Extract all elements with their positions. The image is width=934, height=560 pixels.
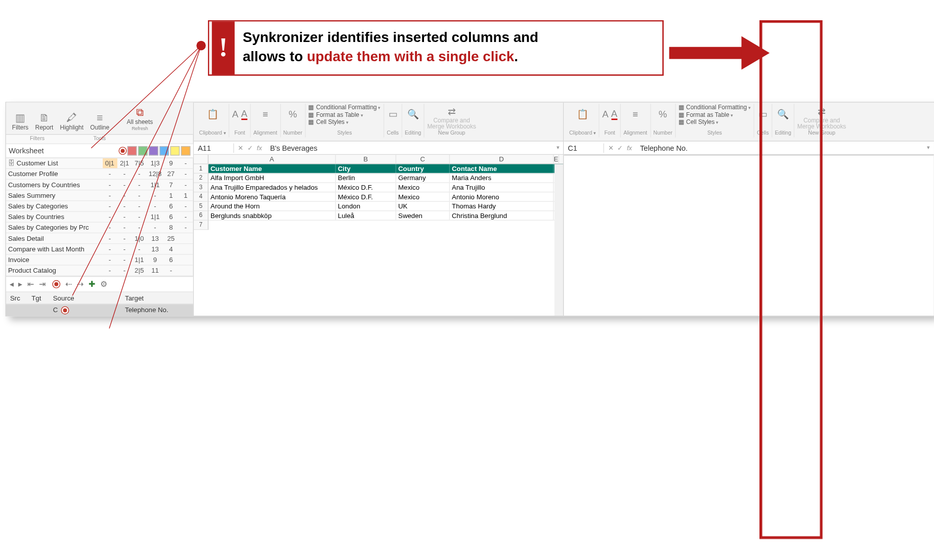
confirm-icon: ✓ bbox=[617, 144, 623, 152]
cells-group[interactable]: ▭Cells bbox=[384, 104, 402, 137]
cancel-icon: ✕ bbox=[238, 144, 243, 152]
nav-gear-icon[interactable]: ⚙ bbox=[100, 279, 108, 289]
worksheet-list[interactable]: 🗄 Customer List0|12|17|51|39-Customer Pr… bbox=[6, 158, 193, 276]
fx-icon: fx bbox=[627, 144, 632, 152]
styles-group[interactable]: ▦ Conditional Formatting▾▦ Format as Tab… bbox=[676, 104, 754, 137]
font-group[interactable]: AAFont bbox=[600, 104, 621, 137]
exclamation-icon: ! bbox=[212, 21, 235, 74]
table-row[interactable]: Berglunds snabbköpLuleåSwedenChristina B… bbox=[208, 211, 563, 221]
worksheet-row[interactable]: Customers by Countries---1|17- bbox=[6, 179, 193, 190]
font-group[interactable]: AAFont bbox=[229, 104, 250, 137]
name-box[interactable]: C1 bbox=[564, 143, 604, 153]
expand-icon[interactable]: ▾ bbox=[923, 145, 934, 151]
column-header[interactable]: E bbox=[554, 155, 559, 163]
excel-ribbon[interactable]: 📋Clipboard▾AAFont≡Alignment%Number▦ Cond… bbox=[564, 103, 933, 142]
svg-marker-1 bbox=[741, 36, 770, 70]
paste-group[interactable]: 📋Clipboard▾ bbox=[196, 104, 229, 137]
svg-rect-0 bbox=[669, 47, 743, 59]
alignment-group[interactable]: ≡Alignment bbox=[621, 104, 651, 137]
nav-prev-icon[interactable]: ▸ bbox=[18, 279, 23, 289]
callout-line2: allows to update them with a single clic… bbox=[243, 47, 653, 66]
worksheet-row[interactable]: Sales by Categories by Prc----8- bbox=[6, 222, 193, 233]
number-group[interactable]: %Number bbox=[651, 104, 676, 137]
worksheet-row[interactable]: Product Catalog--2|511- bbox=[6, 265, 193, 275]
table-row[interactable]: Around the HornLondonUKThomas Hardy bbox=[208, 202, 563, 211]
worksheet-row[interactable]: Compare with Last Month---134 bbox=[6, 243, 193, 254]
workbook-left: 📋Clipboard▾AAFont≡Alignment%Number▦ Cond… bbox=[194, 103, 564, 316]
number-group[interactable]: %Number bbox=[281, 104, 306, 137]
column-header[interactable]: C bbox=[396, 155, 450, 163]
name-box[interactable]: A11 bbox=[194, 143, 234, 153]
confirm-icon: ✓ bbox=[247, 144, 253, 152]
worksheet-row[interactable]: Sales by Countries---1|16- bbox=[6, 211, 193, 222]
highlight-button[interactable]: 🖍Highlight bbox=[57, 110, 87, 133]
column-header[interactable]: B bbox=[336, 155, 396, 163]
filter-chip[interactable] bbox=[159, 146, 169, 155]
worksheet-row[interactable]: Sales Summery----11 bbox=[6, 190, 193, 200]
compare-group[interactable]: ⇄Compare andMerge WorkbooksNew Group bbox=[794, 104, 848, 137]
editing-group[interactable]: 🔍Editing bbox=[402, 104, 424, 137]
formula-bar[interactable]: C1 ✕✓fx Telephone No. ▾ bbox=[564, 142, 933, 155]
filter-chip[interactable] bbox=[181, 146, 191, 155]
table-row[interactable]: Antonio Moreno TaqueríaMéxico D.F.Mexico… bbox=[208, 192, 563, 202]
red-dot-icon bbox=[53, 281, 60, 288]
nav-first-icon[interactable]: ◂ bbox=[10, 279, 14, 289]
main-app: ▥Filters 🗎Report 🖍Highlight ≡Outline ⧉Al… bbox=[6, 102, 934, 316]
excel-ribbon[interactable]: 📋Clipboard▾AAFont≡Alignment%Number▦ Cond… bbox=[194, 103, 563, 142]
scrollbar[interactable] bbox=[555, 164, 563, 316]
column-header[interactable]: D bbox=[450, 155, 554, 163]
formula-value[interactable]: B's Beverages bbox=[266, 143, 553, 153]
fx-icon: fx bbox=[257, 144, 262, 152]
mapping-row[interactable]: C Telephone No. bbox=[6, 304, 193, 316]
cancel-icon: ✕ bbox=[608, 144, 614, 152]
red-dot-icon bbox=[62, 307, 68, 314]
styles-group[interactable]: ▦ Conditional Formatting▾▦ Format as Tab… bbox=[306, 104, 384, 137]
spreadsheet-grid[interactable]: ABCDE 1234567 Customer NameCityCountryCo… bbox=[194, 155, 563, 316]
nav-more-icon[interactable]: ✚ bbox=[89, 279, 96, 289]
nav-step-icon[interactable]: ⇠ bbox=[65, 279, 73, 289]
expand-icon[interactable]: ▾ bbox=[553, 145, 563, 151]
spreadsheet-grid[interactable] bbox=[564, 155, 933, 316]
synkronizer-panel: ▥Filters 🗎Report 🖍Highlight ≡Outline ⧉Al… bbox=[6, 103, 194, 316]
filter-chip[interactable] bbox=[171, 146, 180, 155]
report-button[interactable]: 🗎Report bbox=[32, 110, 57, 133]
svg-point-2 bbox=[196, 41, 206, 51]
arrow-right-icon bbox=[669, 36, 770, 70]
table-row[interactable]: Ana Trujillo Emparedados y heladosMéxico… bbox=[208, 183, 563, 193]
column-header[interactable]: A bbox=[208, 155, 336, 163]
worksheet-row[interactable]: 🗄 Customer List0|12|17|51|39- bbox=[6, 158, 193, 168]
compare-group[interactable]: ⇄Compare andMerge WorkbooksNew Group bbox=[424, 104, 479, 137]
alignment-group[interactable]: ≡Alignment bbox=[250, 104, 280, 137]
filter-chip[interactable] bbox=[128, 146, 137, 155]
worksheet-label: Worksheet bbox=[9, 147, 117, 155]
filter-chip[interactable] bbox=[138, 146, 148, 155]
filter-chip[interactable] bbox=[149, 146, 158, 155]
cells-group[interactable]: ▭Cells bbox=[754, 104, 772, 137]
formula-value[interactable]: Telephone No. bbox=[636, 143, 923, 153]
filters-button[interactable]: ▥Filters bbox=[9, 110, 32, 133]
sk-ribbon: ▥Filters 🗎Report 🖍Highlight ≡Outline ⧉Al… bbox=[6, 103, 193, 135]
worksheet-row[interactable]: Sales by Categories----6- bbox=[6, 200, 193, 211]
sk-section-labels: FiltersTools bbox=[6, 135, 193, 144]
navigation-toolbar[interactable]: ◂ ▸ ⇤ ⇥ ⇠ ⇢ ✚ ⚙ bbox=[6, 276, 193, 292]
worksheet-row[interactable]: Customer Profile---12|827- bbox=[6, 168, 193, 179]
table-header-row[interactable]: Customer NameCityCountryContact Name bbox=[208, 164, 563, 174]
worksheet-row[interactable]: Invoice--1|196 bbox=[6, 254, 193, 265]
worksheet-row[interactable]: Sales Detail--1|01325 bbox=[6, 233, 193, 243]
editing-group[interactable]: 🔍Editing bbox=[772, 104, 794, 137]
fx-icons[interactable]: ✕✓fx bbox=[604, 144, 636, 152]
formula-bar[interactable]: A11 ✕✓fx B's Beverages ▾ bbox=[194, 142, 563, 155]
outline-button[interactable]: ≡Outline bbox=[87, 110, 113, 133]
callout-box: ! Synkronizer identifies inserted column… bbox=[208, 20, 664, 76]
nav-step-icon[interactable]: ⇢ bbox=[77, 279, 84, 289]
callout-line1: Synkronizer identifies inserted columns … bbox=[243, 28, 653, 48]
nav-jump-icon[interactable]: ⇥ bbox=[39, 279, 47, 289]
nav-jump-icon[interactable]: ⇤ bbox=[27, 279, 35, 289]
database-icon: 🗄 bbox=[8, 159, 17, 167]
all-sheets-button[interactable]: ⧉All sheetsRefresh bbox=[123, 105, 156, 133]
mapping-header: Src Tgt Source Target bbox=[6, 292, 193, 304]
table-row[interactable]: Alfa Import GmbHBerlinGermanyMaria Ander… bbox=[208, 174, 563, 183]
fx-icons[interactable]: ✕✓fx bbox=[234, 144, 266, 152]
workbook-right: 📋Clipboard▾AAFont≡Alignment%Number▦ Cond… bbox=[564, 103, 933, 316]
paste-group[interactable]: 📋Clipboard▾ bbox=[567, 104, 600, 137]
